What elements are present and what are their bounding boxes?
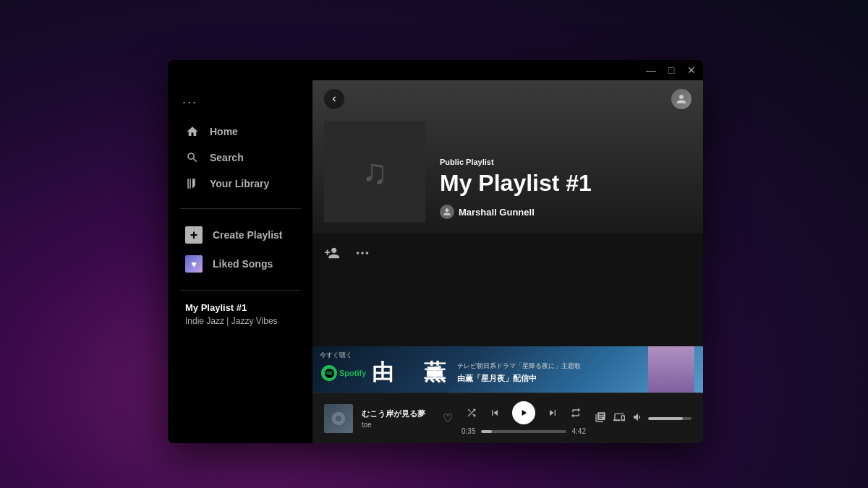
search-icon [185,150,200,165]
next-button[interactable] [547,407,558,419]
player-center: 0:35 4:42 [461,401,586,435]
playlist-item-name[interactable]: My Playlist #1 [185,302,295,313]
liked-songs-icon: ♥ [185,255,203,273]
library-label: Your Library [210,178,269,189]
create-playlist-icon: + [185,226,203,244]
playlist-cover-art: ♫ [324,121,425,222]
ad-sub-line2: 由薫「星月夜」配信中 [457,373,648,384]
progress-track[interactable] [481,430,566,433]
repeat-button[interactable] [570,407,582,419]
liked-songs-label: Liked Songs [213,258,273,270]
volume-track[interactable] [648,417,692,420]
sidebar: ··· Home [168,80,312,443]
previous-button[interactable] [489,407,501,419]
search-label: Search [210,152,244,163]
sidebar-item-home[interactable]: Home [176,119,304,145]
player-controls [466,401,582,424]
music-note-icon: ♫ [362,152,388,192]
playlist-list: My Playlist #1 Indie Jazz | Jazzy Vibes [168,296,312,332]
playlist-title: My Playlist #1 [440,171,692,196]
spotify-text: Spotify [339,369,366,377]
ad-sub-line1: テレビ朝日系ドラマ「星降る夜に」主題歌 [457,361,648,371]
svg-point-0 [357,252,359,254]
sidebar-menu-dots[interactable]: ··· [176,92,304,113]
ad-scroll-label: 今すぐ聴く [320,351,352,360]
ad-content: 今すぐ聴く Spotify 由 薫 [312,346,703,393]
avatar-image [671,89,692,109]
owner-name: Marshall Gunnell [459,207,535,218]
content-area [312,273,703,346]
playlist-info: ♫ Public Playlist My Playlist #1 [324,121,692,234]
playlist-details: Public Playlist My Playlist #1 Marshall … [440,158,692,222]
home-icon [185,124,200,139]
playlist-item-subtitle: Indie Jazz | Jazzy Vibes [185,316,295,326]
play-button[interactable] [512,401,535,424]
track-info: むこう岸が見る夢 toe [362,408,434,429]
track-artwork [324,404,353,433]
bottom-player: むこう岸が見る夢 toe ♡ [312,393,703,443]
volume-fill [648,417,683,420]
svg-point-1 [361,252,364,254]
progress-fill [481,430,491,433]
progress-bar-area: 0:35 4:42 [461,427,586,435]
player-right [595,411,692,426]
like-button[interactable]: ♡ [443,411,453,425]
track-title: むこう岸が見る夢 [362,408,434,419]
svg-point-2 [366,252,369,254]
close-button[interactable]: ✕ [681,62,702,78]
maximize-button[interactable]: □ [661,62,681,78]
time-current: 0:35 [461,427,475,435]
sidebar-item-library[interactable]: Your Library [176,171,304,197]
shuffle-button[interactable] [466,407,477,419]
library-icon [185,176,200,191]
liked-songs-item[interactable]: ♥ Liked Songs [176,249,304,278]
sidebar-divider-1 [179,208,301,209]
playlist-owner: Marshall Gunnell [440,205,692,219]
panel-header: ♫ Public Playlist My Playlist #1 [312,80,703,234]
spotify-circle-icon [321,365,337,381]
sidebar-item-search[interactable]: Search [176,145,304,171]
create-playlist-label: Create Playlist [213,229,283,241]
time-total: 4:42 [572,427,586,435]
main-panel: ♫ Public Playlist My Playlist #1 [312,80,703,443]
actions-bar [312,234,703,273]
ad-spotify-logo: Spotify [321,365,366,381]
add-user-button[interactable] [324,245,340,261]
minimize-button[interactable]: — [641,62,661,78]
volume-icon[interactable] [632,411,644,426]
home-label: Home [210,126,238,137]
devices-button[interactable] [613,411,625,426]
volume-area [632,411,692,426]
ad-sub-text: テレビ朝日系ドラマ「星降る夜に」主題歌 由薫「星月夜」配信中 [457,361,648,384]
ad-image [648,346,694,393]
sidebar-divider-2 [179,290,301,291]
queue-button[interactable] [595,411,606,426]
track-artist: toe [362,421,434,429]
ad-jp-text: 由 薫 [372,358,450,388]
playlist-type-label: Public Playlist [440,158,692,166]
more-options-button[interactable] [354,245,370,261]
ad-banner[interactable]: 今すぐ聴く Spotify 由 薫 [312,346,703,393]
owner-avatar [440,205,454,219]
user-avatar[interactable] [671,89,692,109]
back-button[interactable] [324,89,344,109]
create-playlist-item[interactable]: + Create Playlist [176,221,304,249]
